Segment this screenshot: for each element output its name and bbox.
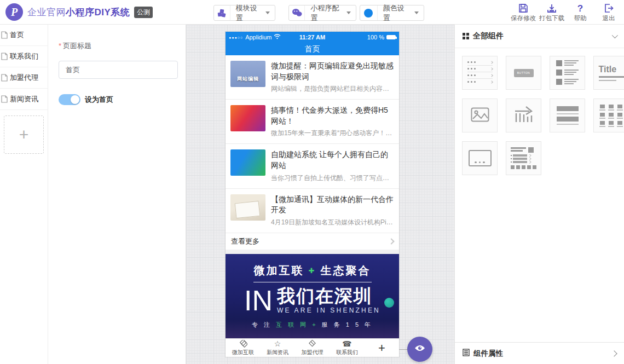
banner-en-subtitle: WE ARE IN SHENZHEN bbox=[277, 307, 380, 314]
sidebar-item-agent[interactable]: 加盟代理 bbox=[0, 67, 48, 89]
toolbar-actions: 保存修改 打包下载 ? 帮助 退出 bbox=[509, 2, 623, 22]
detail-list-icon bbox=[511, 147, 537, 169]
pages-sidebar: 首页 联系我们 加盟代理 新闻资讯 + bbox=[0, 25, 48, 364]
tab-add-button[interactable]: + bbox=[365, 339, 399, 357]
banner-image-component[interactable]: 微加互联 ✚ 生态聚合 IN 我们在深圳 WE ARE IN SHENZHEN … bbox=[226, 254, 399, 338]
battery-label: 100 % bbox=[367, 34, 384, 41]
sidebar-item-label: 首页 bbox=[10, 30, 24, 40]
news-item[interactable]: 网站编辑 微加提醒：网页编辑应避免出现敏感词与极限词 网站编辑，是指负责网站栏目… bbox=[226, 55, 399, 100]
save-label: 保存修改 bbox=[511, 14, 536, 22]
app-title-regular: 企业官网 bbox=[27, 7, 66, 18]
components-grid: BUTTON Title bbox=[455, 48, 624, 175]
help-button[interactable]: ? 帮助 bbox=[566, 2, 594, 22]
component-tile-title-text[interactable]: Title bbox=[593, 56, 624, 90]
news-list-component[interactable]: 网站编辑 微加提醒：网页编辑应避免出现敏感词与极限词 网站编辑，是指负责网站栏目… bbox=[226, 55, 399, 233]
tab-news[interactable]: ☆ 新闻资讯 bbox=[260, 339, 294, 357]
teal-dot-decoration bbox=[384, 298, 394, 308]
module-settings-button[interactable]: 模块设置 bbox=[213, 5, 275, 21]
page-icon bbox=[1, 31, 8, 39]
components-panel: 全部组件 BUTTON Title bbox=[454, 25, 624, 364]
news-item[interactable]: 【微加通讯】互动媒体的新一代合作开发 4月19日新加坡知名互动媒体设计机构Pin… bbox=[226, 189, 399, 233]
page-icon bbox=[1, 95, 8, 103]
package-download-button[interactable]: 打包下载 bbox=[538, 2, 566, 22]
page-title-label: *页面标题 bbox=[59, 41, 177, 51]
banner-in-text: IN bbox=[244, 288, 273, 313]
chevron-down-icon bbox=[612, 32, 618, 38]
save-button[interactable]: 保存修改 bbox=[509, 2, 538, 22]
set-home-label: 设为首页 bbox=[85, 95, 113, 105]
sidebar-item-label: 新闻资讯 bbox=[10, 94, 38, 104]
beta-badge: 公测 bbox=[134, 7, 153, 18]
icon-grid-icon bbox=[599, 105, 623, 127]
sidebar-item-contact[interactable]: 联系我们 bbox=[0, 46, 48, 67]
article-list-icon bbox=[556, 60, 579, 85]
grid-icon bbox=[463, 33, 469, 39]
phone-nav-bar: 首页 bbox=[226, 43, 399, 55]
help-icon: ? bbox=[577, 2, 583, 13]
components-panel-header[interactable]: 全部组件 bbox=[455, 25, 624, 48]
news-summary: 微加15年来一直秉承着“用心感动客户！”的... bbox=[271, 129, 394, 138]
download-icon bbox=[547, 2, 557, 13]
component-tile-detail-list[interactable] bbox=[506, 141, 541, 175]
button-icon: BUTTON bbox=[514, 69, 534, 77]
eye-icon bbox=[414, 344, 425, 354]
preview-eye-button[interactable] bbox=[407, 337, 432, 362]
help-label: 帮助 bbox=[574, 14, 587, 22]
components-panel-title: 全部组件 bbox=[473, 31, 504, 41]
add-page-button[interactable]: + bbox=[4, 115, 44, 154]
component-tile-image[interactable] bbox=[462, 99, 498, 132]
component-tile-rows[interactable] bbox=[550, 99, 585, 132]
exit-button[interactable]: 退出 bbox=[594, 2, 623, 22]
phone-page-title: 首页 bbox=[305, 44, 320, 54]
sidebar-item-home[interactable]: 首页 bbox=[0, 25, 48, 46]
news-thumbnail: 网站编辑 bbox=[230, 61, 265, 87]
app-title-bold: 小程序DIY系统 bbox=[66, 7, 130, 18]
phone-preview: ●●●○○ Applidium 11:27 AM 100 % 首页 网站编辑 微… bbox=[226, 32, 399, 357]
miniprogram-config-button[interactable]: 小程序配置 bbox=[288, 5, 356, 21]
miniprogram-config-label: 小程序配置 bbox=[305, 3, 346, 23]
caret-down-icon bbox=[265, 11, 270, 14]
tab-label: 联系我们 bbox=[336, 349, 358, 356]
page-settings-panel: *页面标题 设为首页 bbox=[48, 25, 186, 364]
component-tile-icon-grid[interactable] bbox=[593, 99, 624, 132]
wechat-icon bbox=[289, 5, 305, 20]
phone-status-bar: ●●●○○ Applidium 11:27 AM 100 % bbox=[226, 32, 399, 43]
banner-tagline: 专 注 互 联 网 + 服 务 1 5 年 bbox=[252, 321, 373, 329]
news-summary: 当你习惯了自拍上传优酷、习惯了写点小... bbox=[271, 174, 394, 183]
banner-cn-text: 我们在深圳 bbox=[277, 287, 380, 306]
page-icon bbox=[1, 74, 8, 82]
component-tile-marquee[interactable] bbox=[506, 99, 541, 132]
document-icon bbox=[463, 349, 470, 359]
view-more-link[interactable]: 查看更多 bbox=[226, 233, 399, 250]
tab-contact[interactable]: ☎ 联系我们 bbox=[330, 339, 364, 357]
tab-agent[interactable]: 加盟代理 bbox=[295, 339, 330, 357]
set-home-toggle[interactable] bbox=[59, 94, 80, 105]
component-tile-menu-list[interactable] bbox=[462, 56, 498, 90]
news-item[interactable]: 搞事情！代金券大派送，免费得H5网站！ 微加15年来一直秉承着“用心感动客户！”… bbox=[226, 100, 399, 144]
sidebar-item-news[interactable]: 新闻资讯 bbox=[0, 89, 48, 110]
phone-tab-bar: 微加互联 ☆ 新闻资讯 加盟代理 ☎ 联系我们 + bbox=[226, 338, 399, 357]
design-canvas[interactable]: ●●●○○ Applidium 11:27 AM 100 % 首页 网站编辑 微… bbox=[186, 25, 454, 364]
package-download-label: 打包下载 bbox=[539, 14, 564, 22]
top-toolbar: P 企业官网小程序DIY系统 公测 模块设置 小程序配置 颜色设置 保存修改 bbox=[0, 0, 624, 25]
tab-label: 加盟代理 bbox=[302, 349, 323, 356]
sidebar-item-label: 联系我们 bbox=[10, 51, 38, 61]
exit-icon bbox=[604, 2, 614, 13]
news-thumbnail bbox=[230, 149, 265, 176]
cubes-icon bbox=[214, 5, 230, 20]
page-title-input[interactable] bbox=[59, 61, 178, 79]
app-logo-icon: P bbox=[5, 3, 23, 21]
caret-down-icon bbox=[414, 11, 419, 14]
caret-down-icon bbox=[346, 11, 351, 14]
component-tile-carousel[interactable] bbox=[462, 141, 498, 175]
color-settings-button[interactable]: 颜色设置 bbox=[360, 5, 424, 21]
tab-weijia[interactable]: 微加互联 bbox=[226, 339, 260, 357]
component-properties-bar[interactable]: 组件属性 bbox=[455, 342, 624, 364]
news-item[interactable]: 自助建站系统 让每个人拥有自己的网站 当你习惯了自拍上传优酷、习惯了写点小... bbox=[226, 144, 399, 188]
news-summary: 网站编辑，是指负责网站栏目相关内容的... bbox=[271, 84, 394, 94]
component-tile-button[interactable]: BUTTON bbox=[506, 56, 541, 90]
component-tile-article-list[interactable] bbox=[550, 56, 585, 90]
banner-headline: 微加互联 ✚ 生态聚合 bbox=[254, 263, 371, 278]
news-title: 【微加通讯】互动媒体的新一代合作开发 bbox=[271, 194, 394, 216]
news-title: 搞事情！代金券大派送，免费得H5网站！ bbox=[271, 105, 394, 126]
